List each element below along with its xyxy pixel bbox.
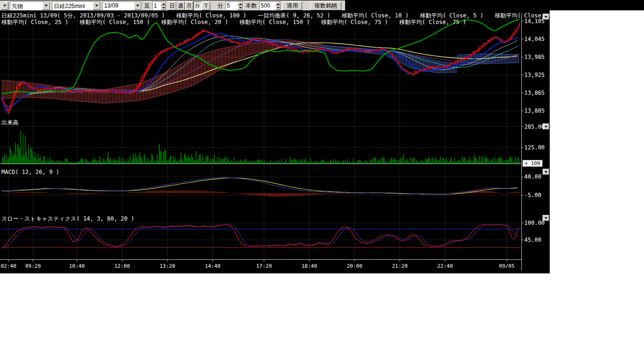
time-axis-tick: 20:00 (347, 263, 362, 269)
symbol-select[interactable]: 日経225mini (52, 1, 101, 10)
period-button-月[interactable]: 月 (185, 1, 193, 10)
time-axis-tick: 13:20 (159, 263, 175, 269)
bar-count-stepper[interactable] (259, 1, 281, 10)
indicator-label: 移動平均( Close, 20 ) (161, 18, 228, 26)
indicator-label: 移動平均( Close, 75 ) (399, 18, 466, 26)
symbol-select-value: 日経225mini (52, 2, 93, 10)
chevron-down-icon (136, 5, 139, 7)
volume-axis-tick: 125.00 (524, 144, 545, 151)
price-axis-tick: 14,045 (524, 36, 545, 42)
chevron-down-icon (545, 171, 547, 173)
spinner-down-icon[interactable] (238, 6, 243, 10)
volume-unit-badge: × 100 (522, 160, 543, 167)
chevron-down-icon (45, 5, 48, 7)
apply-button[interactable]: 適用 (282, 1, 302, 10)
chevron-down-icon (545, 217, 547, 219)
spinner-buttons (238, 2, 243, 10)
chevron-down-icon (545, 126, 547, 128)
spinner-buttons (275, 2, 281, 10)
period-button-分[interactable]: 分 (193, 1, 202, 10)
spinner-up-icon[interactable] (161, 2, 166, 6)
indicator-label: 移動平均( Close, 150 ) (80, 18, 150, 26)
chart-header-line2: 移動平均( Close, 25 )移動平均( Close, 150 )移動平均(… (1, 18, 478, 26)
chart-panel: 日経225mini 13/09( 5分, 2013/09/03 - 2013/0… (0, 10, 550, 273)
macd-axis-tick: 40.00 (524, 173, 541, 180)
contract-month-value: 13/09 (103, 2, 134, 10)
minute-stepper[interactable] (225, 1, 243, 10)
chart-canvas[interactable] (0, 10, 550, 273)
spinner-buttons (161, 2, 166, 10)
contract-month-dropdown-button[interactable] (134, 2, 141, 10)
bar-type-label: 足 (143, 2, 151, 10)
stoch-pane-label: スロー・ストキャスティクス( 14, 3, 80, 20 ) (1, 215, 134, 223)
chevron-down-icon (545, 16, 547, 18)
time-axis-tick: 09/05 (499, 263, 514, 269)
spinner-up-icon[interactable] (275, 2, 281, 6)
stoch-axis-tick: 100.00 (524, 220, 545, 226)
price-axis-tick: 14,105 (524, 18, 545, 25)
spinner-down-icon[interactable] (161, 6, 166, 10)
bar-interval-stepper[interactable] (152, 1, 166, 10)
category-dropdown-button[interactable] (42, 2, 50, 10)
period-button-T[interactable]: T (202, 1, 210, 10)
time-axis-tick: 14:40 (205, 263, 220, 269)
time-axis-tick: 17:20 (256, 263, 272, 269)
bar-count-label: 本数 (245, 2, 258, 10)
window-menu-button[interactable] (1, 2, 8, 10)
spinner-up-icon[interactable] (238, 2, 243, 6)
indicator-label: 移動平均( Close, 75 ) (321, 18, 388, 26)
price-axis-tick: 13,805 (524, 107, 545, 114)
stoch-axis-tick: 45.00 (524, 237, 541, 243)
time-axis-tick: 10:40 (69, 263, 84, 269)
bar-count-input[interactable] (260, 2, 275, 10)
price-axis-tick: 13,985 (524, 54, 545, 60)
period-button-日[interactable]: 日 (168, 1, 176, 10)
minute-input[interactable] (226, 2, 238, 10)
category-select[interactable]: 先物 (10, 1, 50, 10)
macd-panel-menu-button[interactable] (543, 169, 549, 175)
period-button-週[interactable]: 週 (176, 1, 185, 10)
time-axis-tick: 12:00 (114, 263, 130, 269)
contract-month-select[interactable]: 13/09 (102, 1, 142, 10)
chevron-down-icon (3, 5, 6, 7)
toolbar-controls: 先物 日経225mini 13/09 足 日週月分T 分 (0, 0, 345, 11)
period-button-group: 日週月分T (168, 1, 210, 10)
volume-axis-tick: 285.00 (524, 123, 545, 130)
macd-pane-label: MACD( 12, 26, 9 ) (1, 169, 59, 175)
spinner-down-icon[interactable] (275, 6, 281, 10)
time-axis-tick: 21:20 (392, 263, 407, 269)
indicator-label: 移動平均( Close, 150 ) (239, 18, 310, 26)
price-axis-tick: 13,925 (524, 72, 545, 78)
macd-axis-tick: -5.00 (524, 192, 541, 198)
time-axis-tick: 22:40 (437, 263, 453, 269)
price-axis-tick: 13,865 (524, 90, 545, 96)
application-window: 先物 日経225mini 13/09 足 日週月分T 分 (0, 0, 644, 362)
time-axis-tick: 09:20 (25, 263, 41, 269)
time-axis-tick: 18:40 (301, 263, 317, 269)
multi-symbol-button[interactable]: 複数銘柄 (310, 1, 341, 10)
volume-pane-label: 出来高 (1, 119, 18, 127)
main-toolbar: 先物 日経225mini 13/09 足 日週月分T 分 (0, 0, 644, 10)
time-axis-tick: 02:40 (0, 263, 16, 269)
indicator-label: 移動平均( Close, 25 ) (1, 18, 68, 26)
bar-interval-input[interactable] (153, 2, 161, 10)
symbol-dropdown-button[interactable] (93, 2, 100, 10)
category-select-value: 先物 (10, 2, 42, 10)
minute-label: 分 (216, 2, 224, 10)
chevron-down-icon (95, 5, 98, 7)
